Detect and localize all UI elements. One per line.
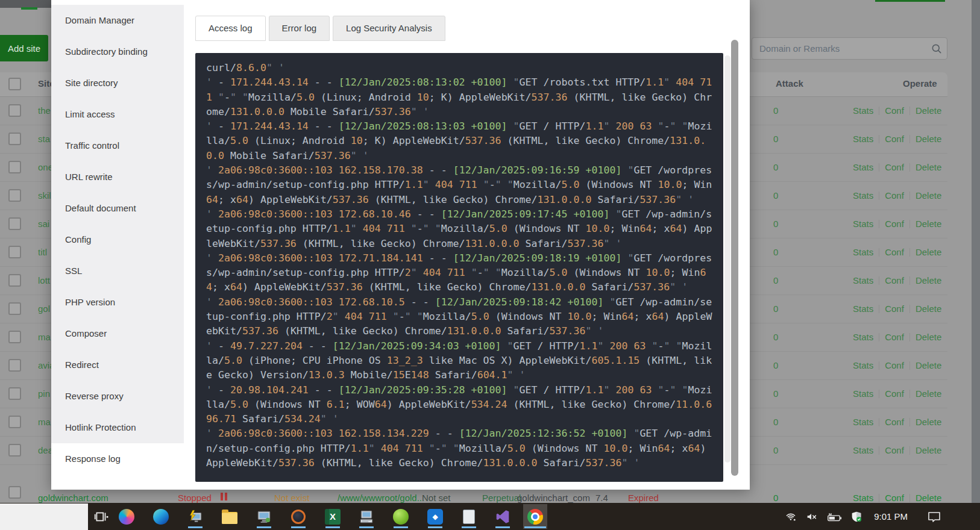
sidebar-item-composer[interactable]: Composer — [51, 318, 184, 349]
delete-link[interactable]: Delete — [916, 417, 941, 427]
sidebar-item-domain-manager[interactable]: Domain Manager — [51, 5, 184, 36]
expiration-text[interactable]: Perpetual — [482, 493, 521, 503]
row-checkbox[interactable] — [8, 274, 21, 287]
sidebar-item-limit-access[interactable]: Limit access — [51, 99, 184, 130]
delete-link[interactable]: Delete — [916, 162, 941, 172]
sidebar-item-reverse-proxy[interactable]: Reverse proxy — [51, 381, 184, 412]
ssl-status[interactable]: Expired — [628, 493, 659, 503]
delete-link[interactable]: Delete — [916, 134, 941, 144]
stats-link[interactable]: Stats — [853, 275, 873, 285]
site-path-link[interactable]: /www/wwwroot/gold... — [338, 493, 424, 503]
task-view-icon[interactable] — [89, 504, 113, 529]
row-checkbox[interactable] — [8, 387, 21, 400]
taskbar-search[interactable] — [0, 504, 88, 530]
conf-link[interactable]: Conf — [885, 360, 904, 370]
sidebar-item-url-rewrite[interactable]: URL rewrite — [51, 161, 184, 193]
row-checkbox[interactable] — [8, 302, 21, 315]
copilot-icon[interactable] — [115, 504, 139, 529]
conf-link[interactable]: Conf — [885, 304, 904, 314]
stats-link[interactable]: Stats — [853, 332, 873, 342]
delete-link[interactable]: Delete — [916, 360, 941, 370]
sidebar-item-default-document[interactable]: Default document — [51, 193, 184, 224]
delete-link[interactable]: Delete — [916, 275, 941, 285]
row-checkbox[interactable] — [8, 132, 21, 145]
remark-text[interactable]: Not set — [422, 493, 451, 503]
site-name-link[interactable]: sta — [38, 134, 50, 144]
pause-icon[interactable] — [221, 493, 228, 500]
access-log-viewer[interactable]: curl/8.6.0" '' - 171.244.43.14 - - [12/J… — [195, 53, 723, 482]
visual-studio-icon[interactable] — [491, 504, 515, 529]
file-explorer-icon[interactable] — [218, 504, 242, 529]
conf-link[interactable]: Conf — [885, 247, 904, 257]
conf-link[interactable]: Conf — [885, 105, 904, 116]
site-name-link[interactable]: titl — [38, 247, 47, 257]
row-checkbox[interactable] — [8, 486, 21, 499]
delete-link[interactable]: Delete — [916, 105, 941, 116]
sidebar-item-redirect[interactable]: Redirect — [51, 349, 184, 381]
stats-link[interactable]: Stats — [853, 190, 873, 201]
notepad-icon[interactable] — [457, 504, 481, 529]
row-checkbox[interactable] — [8, 246, 21, 258]
site-name-link[interactable]: skil — [38, 190, 51, 201]
top-right-button-remnant[interactable] — [875, 0, 945, 2]
site-name-link[interactable]: goldwinchart.com — [38, 493, 108, 503]
add-site-button[interactable]: Add site — [0, 35, 48, 61]
tab-error-log[interactable]: Error log — [269, 16, 330, 41]
site-name-link[interactable]: lott — [38, 275, 50, 285]
site-name-link[interactable]: ma — [38, 417, 51, 427]
sidebar-item-response-log[interactable]: Response log — [51, 443, 184, 475]
tab-log-security-analysis[interactable]: Log Security Analysis — [333, 16, 445, 41]
row-checkbox[interactable] — [8, 161, 21, 173]
row-checkbox[interactable] — [8, 331, 21, 343]
modal-scrollbar[interactable] — [731, 40, 738, 476]
sidebar-item-site-directory[interactable]: Site directory — [51, 67, 184, 99]
search-icon[interactable] — [926, 43, 947, 55]
delete-link[interactable]: Delete — [916, 493, 941, 503]
stats-link[interactable]: Stats — [853, 105, 873, 116]
site-name-link[interactable]: gol — [38, 304, 50, 314]
defender-shield-icon[interactable] — [850, 510, 863, 523]
sidebar-item-php-version[interactable]: PHP version — [51, 287, 184, 318]
remote-desktop-icon[interactable] — [354, 504, 378, 529]
select-all-checkbox[interactable] — [8, 78, 21, 90]
sidebar-item-config[interactable]: Config — [51, 224, 184, 255]
remote-install-icon[interactable] — [183, 504, 207, 529]
search-input[interactable] — [752, 43, 926, 54]
my-computer-icon[interactable] — [252, 504, 276, 529]
delete-link[interactable]: Delete — [916, 190, 941, 201]
site-name-link[interactable]: the — [38, 105, 51, 116]
battery-charging-icon[interactable] — [826, 510, 842, 523]
conf-link[interactable]: Conf — [885, 332, 904, 342]
delete-link[interactable]: Delete — [916, 445, 941, 455]
green-app-icon[interactable] — [389, 504, 413, 529]
conf-link[interactable]: Conf — [885, 445, 904, 455]
conf-link[interactable]: Conf — [885, 190, 904, 201]
row-checkbox[interactable] — [8, 104, 21, 117]
stats-link[interactable]: Stats — [853, 388, 873, 399]
excel-icon[interactable]: X — [321, 504, 345, 529]
media-player-icon[interactable] — [286, 504, 310, 529]
stats-link[interactable]: Stats — [853, 162, 873, 172]
conf-link[interactable]: Conf — [885, 388, 904, 399]
wifi-icon[interactable] — [784, 510, 797, 523]
site-name-link[interactable]: ma — [38, 332, 51, 342]
site-name-link[interactable]: pin — [38, 388, 50, 399]
delete-link[interactable]: Delete — [916, 332, 941, 342]
edge-icon[interactable] — [149, 504, 173, 529]
stats-link[interactable]: Stats — [853, 493, 873, 503]
conf-link[interactable]: Conf — [885, 275, 904, 285]
site-name-link[interactable]: sai — [38, 219, 49, 229]
row-checkbox[interactable] — [8, 416, 21, 428]
browser-scrollbar[interactable] — [972, 0, 980, 503]
stats-link[interactable]: Stats — [853, 134, 873, 144]
conf-link[interactable]: Conf — [885, 162, 904, 172]
row-checkbox[interactable] — [8, 217, 21, 230]
stats-link[interactable]: Stats — [853, 304, 873, 314]
conf-link[interactable]: Conf — [885, 219, 904, 229]
row-checkbox[interactable] — [8, 189, 21, 202]
conf-link[interactable]: Conf — [885, 417, 904, 427]
taskbar-clock[interactable]: 9:01 PM — [874, 511, 908, 522]
row-checkbox[interactable] — [8, 444, 21, 457]
stats-link[interactable]: Stats — [853, 360, 873, 370]
sidebar-item-hotlink-protection[interactable]: Hotlink Protection — [51, 412, 184, 443]
